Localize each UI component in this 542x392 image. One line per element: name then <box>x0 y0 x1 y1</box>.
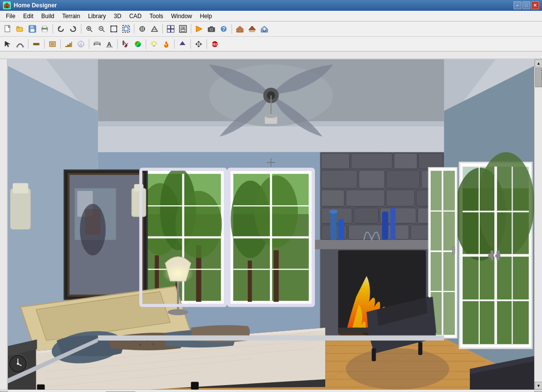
move-tool[interactable] <box>193 38 205 50</box>
right-scrollbar[interactable]: ▲ ▼ <box>534 59 542 390</box>
roof-button[interactable] <box>246 23 258 35</box>
zoom-out-button[interactable] <box>96 23 107 35</box>
zoom-box-button[interactable] <box>120 23 132 35</box>
svg-point-234 <box>168 309 188 316</box>
menu-item-tools[interactable]: Tools <box>146 11 167 21</box>
svg-rect-13 <box>42 29 47 32</box>
svg-rect-46 <box>240 30 241 31</box>
maximize-button[interactable]: □ <box>522 1 530 9</box>
open-button[interactable] <box>14 23 26 35</box>
print-button[interactable] <box>39 23 51 35</box>
dimension-tool[interactable]: dim <box>91 38 103 50</box>
material-tool[interactable] <box>132 38 144 50</box>
cabinet-tool[interactable] <box>47 38 58 50</box>
camera-button[interactable] <box>206 23 217 35</box>
separator-2 <box>81 24 81 34</box>
menu-item-build[interactable]: Build <box>37 11 58 21</box>
separator-t2-4 <box>89 39 89 49</box>
text-tool[interactable]: A <box>103 38 115 50</box>
svg-rect-230 <box>372 348 376 361</box>
separator-6 <box>232 24 232 34</box>
svg-marker-47 <box>249 26 256 30</box>
paint-tool[interactable] <box>120 38 131 50</box>
svg-rect-10 <box>31 29 34 31</box>
menu-item-file[interactable]: File <box>2 11 19 21</box>
scroll-track-right <box>535 67 542 382</box>
new-button[interactable] <box>2 23 14 35</box>
select-tool[interactable] <box>2 38 14 50</box>
svg-point-86 <box>198 43 200 45</box>
svg-rect-154 <box>394 153 417 169</box>
arrow-up-button[interactable] <box>177 38 188 50</box>
svg-point-74 <box>152 42 156 46</box>
zoom-in-button[interactable] <box>83 23 95 35</box>
stair-tool[interactable] <box>63 38 75 50</box>
svg-line-77 <box>152 42 152 42</box>
separator-t2-8 <box>190 39 191 49</box>
svg-marker-81 <box>180 41 185 45</box>
wall-tool[interactable] <box>30 38 42 50</box>
symbol-tool[interactable]: ⌂ <box>75 38 87 50</box>
floor-plan-button[interactable] <box>177 23 189 35</box>
close-button[interactable]: ✕ <box>531 1 539 9</box>
arc-tool[interactable] <box>14 38 26 50</box>
svg-point-233 <box>162 263 193 284</box>
svg-line-23 <box>103 30 104 32</box>
undo-button[interactable] <box>55 23 67 35</box>
elevation-button[interactable] <box>149 23 160 35</box>
svg-rect-91 <box>0 59 8 390</box>
svg-point-126 <box>346 348 449 390</box>
scroll-up-button[interactable]: ▲ <box>535 59 542 67</box>
zoom-fit-button[interactable] <box>108 23 120 35</box>
menu-item-edit[interactable]: Edit <box>19 11 37 21</box>
bottom-area: ◄ ► <box>0 390 542 392</box>
cross-section-button[interactable] <box>165 23 177 35</box>
window-controls: − □ ✕ <box>514 1 539 9</box>
record-button[interactable]: REC <box>209 38 221 50</box>
svg-rect-144 <box>274 250 279 302</box>
svg-text:dim: dim <box>95 41 100 44</box>
svg-rect-8 <box>30 25 34 28</box>
separator-t2-9 <box>206 39 207 49</box>
menu-item-help[interactable]: Help <box>196 11 216 21</box>
light-tool[interactable] <box>148 38 160 50</box>
app-icon <box>3 1 11 9</box>
svg-rect-106 <box>10 188 31 229</box>
scroll-down-button[interactable]: ▼ <box>535 382 542 390</box>
svg-rect-14 <box>46 28 47 29</box>
viewport[interactable] <box>8 59 534 390</box>
minimize-button[interactable]: − <box>514 1 521 9</box>
svg-rect-61 <box>69 43 71 47</box>
menu-item-terrain[interactable]: Terrain <box>58 11 84 21</box>
toolbar-area: ? ⌂ <box>0 22 542 51</box>
menu-item-cad[interactable]: CAD <box>125 11 145 21</box>
svg-rect-44 <box>238 30 241 32</box>
redo-button[interactable] <box>67 23 79 35</box>
menu-item-window[interactable]: Window <box>167 11 196 21</box>
svg-rect-203 <box>452 246 455 254</box>
orbit-button[interactable] <box>136 23 148 35</box>
export-button[interactable] <box>258 23 270 35</box>
svg-point-222 <box>152 343 154 345</box>
separator-t2-3 <box>60 39 61 49</box>
window-title: Home Designer <box>14 2 514 9</box>
svg-rect-196 <box>495 254 501 257</box>
menu-item-3d[interactable]: 3D <box>110 11 125 21</box>
menu-item-library[interactable]: Library <box>84 11 110 21</box>
save-button[interactable] <box>26 23 38 35</box>
svg-rect-59 <box>65 46 67 47</box>
scroll-thumb-right[interactable] <box>535 68 542 87</box>
svg-rect-72 <box>123 41 124 45</box>
svg-point-73 <box>135 41 141 47</box>
svg-rect-2 <box>6 6 8 8</box>
svg-rect-36 <box>183 27 185 29</box>
question-button[interactable]: ? <box>218 23 230 35</box>
svg-marker-50 <box>5 41 10 47</box>
house-icon-button[interactable] <box>234 23 246 35</box>
fire-tool[interactable] <box>160 38 172 50</box>
separator-t2-6 <box>146 39 146 49</box>
svg-rect-107 <box>13 183 28 194</box>
render-button[interactable] <box>193 23 205 35</box>
svg-rect-35 <box>181 29 185 31</box>
top-ruler: // ruler ticks <box>0 51 542 59</box>
